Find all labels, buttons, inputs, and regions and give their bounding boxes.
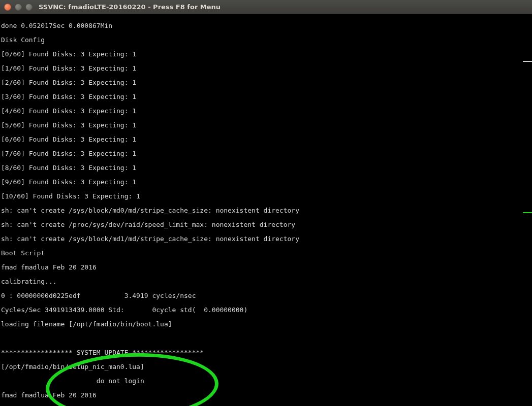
term-line: [3/60] Found Disks: 3 Expecting: 1 (1, 93, 531, 100)
annotation-tick (523, 61, 532, 62)
term-line: [6/60] Found Disks: 3 Expecting: 1 (1, 136, 531, 143)
term-line: calibrating... (1, 278, 531, 285)
term-line: [/opt/fmadio/bin/setup_nic_man0.lua] (1, 363, 531, 370)
term-line: [8/60] Found Disks: 3 Expecting: 1 (1, 164, 531, 172)
term-line: [1/60] Found Disks: 3 Expecting: 1 (1, 65, 531, 72)
term-line: Boot Script (1, 250, 531, 257)
window-titlebar: SSVNC: fmadioLTE-20160220 - Press F8 for… (0, 0, 532, 14)
term-line: do not login (1, 378, 531, 385)
term-line: [7/60] Found Disks: 3 Expecting: 1 (1, 150, 531, 157)
term-line: sh: can't create /sys/block/md1/md/strip… (1, 235, 531, 243)
term-line: [2/60] Found Disks: 3 Expecting: 1 (1, 79, 531, 86)
term-line: [5/60] Found Disks: 3 Expecting: 1 (1, 122, 531, 129)
term-line: Disk Config (1, 37, 531, 44)
term-line: fmad fmadlua Feb 20 2016 (1, 392, 531, 399)
minimize-icon[interactable] (15, 4, 22, 11)
term-line: Cycles/Sec 3491913439.0000 Std: 0cycle s… (1, 307, 531, 314)
terminal-output: done 0.052017Sec 0.000867Min Disk Config… (0, 14, 532, 406)
window-title: SSVNC: fmadioLTE-20160220 - Press F8 for… (39, 3, 221, 11)
annotation-tick (523, 212, 532, 213)
term-line: [0/60] Found Disks: 3 Expecting: 1 (1, 51, 531, 58)
term-line: [9/60] Found Disks: 3 Expecting: 1 (1, 179, 531, 186)
term-line: fmad fmadlua Feb 20 2016 (1, 264, 531, 271)
window-controls (4, 4, 33, 11)
term-line: [10/60] Found Disks: 3 Expecting: 1 (1, 193, 531, 200)
maximize-icon[interactable] (25, 4, 33, 11)
term-line: done 0.052017Sec 0.000867Min (1, 22, 531, 29)
term-line (1, 335, 531, 342)
term-line: sh: can't create /proc/sys/dev/raid/spee… (1, 221, 531, 228)
term-line: ****************** SYSTEM UPDATE *******… (1, 349, 531, 356)
term-line: sh: can't create /sys/block/md0/md/strip… (1, 207, 531, 214)
term-line: 0 : 00000000d0225edf 3.4919 cycles/nsec (1, 292, 531, 299)
term-line: [4/60] Found Disks: 3 Expecting: 1 (1, 108, 531, 115)
term-line: loading filename [/opt/fmadio/bin/boot.l… (1, 321, 531, 328)
close-icon[interactable] (4, 4, 11, 11)
